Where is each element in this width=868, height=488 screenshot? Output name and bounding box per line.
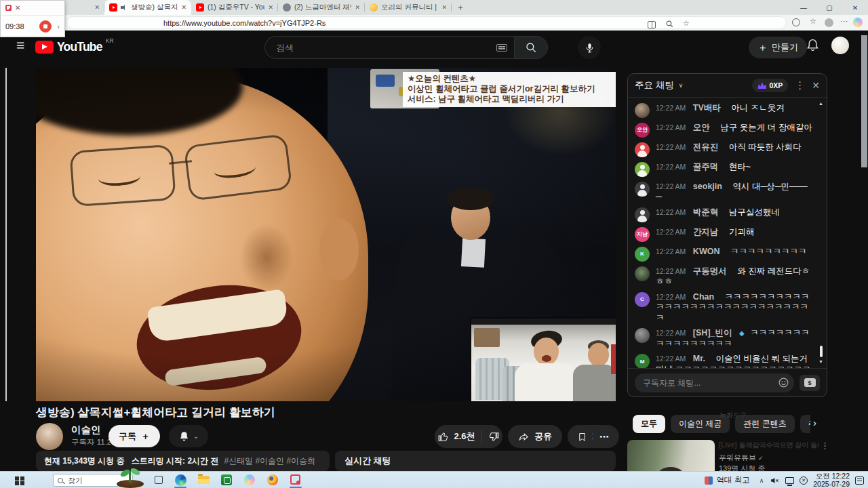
- search-field[interactable]: [264, 36, 514, 59]
- taskbar-search-input[interactable]: [66, 476, 121, 485]
- chat-avatar[interactable]: K: [635, 247, 650, 262]
- file-explorer-icon[interactable]: [198, 476, 210, 484]
- tab-close-icon[interactable]: ✕: [355, 4, 360, 11]
- recorder-expand-icon[interactable]: ›: [57, 22, 60, 30]
- notification-bell-button[interactable]: ⌄: [169, 425, 208, 447]
- recorder-close-icon[interactable]: ✕: [15, 4, 20, 12]
- clock-date: 2025-07-29: [813, 481, 850, 488]
- recommended-menu-icon[interactable]: ⋮: [821, 441, 829, 451]
- superchat-button[interactable]: $: [800, 375, 820, 391]
- window-close-button[interactable]: ✕: [842, 0, 868, 15]
- window-maximize-button[interactable]: ▢: [816, 0, 842, 15]
- voice-search-button[interactable]: [578, 36, 601, 59]
- mic-icon: [584, 42, 595, 54]
- edge-taskbar-icon[interactable]: [175, 474, 186, 486]
- stop-recording-button[interactable]: [39, 20, 52, 33]
- taskbar-clock[interactable]: 오전 12:22 2025-07-29: [813, 472, 850, 488]
- collections-icon[interactable]: [792, 18, 800, 26]
- youtube-logo[interactable]: YouTubeKR: [35, 40, 102, 54]
- news-widget-icon[interactable]: [705, 476, 713, 485]
- network-icon[interactable]: [785, 477, 794, 484]
- filter-chip[interactable]: 모두: [633, 415, 665, 433]
- thumbs-down-icon[interactable]: [488, 431, 500, 443]
- tab-close-icon[interactable]: ✕: [94, 4, 100, 11]
- chat-avatar[interactable]: [635, 162, 650, 177]
- share-button[interactable]: 공유: [508, 425, 562, 448]
- account-avatar[interactable]: [831, 37, 849, 54]
- chat-menu-icon[interactable]: ⋮: [795, 79, 805, 92]
- copilot-taskbar-icon[interactable]: [244, 474, 255, 485]
- chat-avatar[interactable]: C: [635, 292, 650, 307]
- browser-menu-icon[interactable]: ⋯: [840, 16, 849, 26]
- tab-close-icon[interactable]: ✕: [181, 4, 186, 11]
- zoom-icon[interactable]: [665, 20, 674, 28]
- window-minimize-button[interactable]: —: [791, 0, 816, 15]
- chat-message-list[interactable]: 12:22 AM TV배타 아니 ㅈㄴ웃겨 오안 12:22: [628, 98, 827, 368]
- recorder-header[interactable]: 녹화도구 ✕: [1, 1, 64, 16]
- chat-avatar[interactable]: [635, 182, 650, 197]
- hidden-icons-chevron[interactable]: ∧: [760, 477, 764, 484]
- favorites-bar-icon[interactable]: ☆: [808, 16, 818, 26]
- subscribe-button[interactable]: 구독 ＋: [108, 425, 160, 447]
- chat-avatar[interactable]: [635, 328, 650, 343]
- chat-mode-selector[interactable]: 주요 채팅: [635, 79, 674, 92]
- avatar-initials: M: [640, 359, 645, 365]
- channel-avatar[interactable]: [36, 423, 63, 450]
- chat-avatar[interactable]: M: [635, 354, 650, 368]
- thumbs-up-icon[interactable]: [437, 431, 449, 443]
- news-widget-label[interactable]: 역대 최고: [716, 475, 749, 485]
- video-player[interactable]: ★오늘의 컨텐츠★ 이상민 휠체어타고 클럽 줄서기or길거리 활보하기 서비스…: [36, 68, 616, 401]
- browser-tab[interactable]: 오리의 커뮤니티 | 팝콘티비 ✕: [365, 0, 452, 15]
- copilot-icon[interactable]: [853, 18, 863, 27]
- browser-profile-icon[interactable]: [825, 18, 833, 27]
- split-screen-icon[interactable]: [648, 21, 656, 28]
- keyboard-icon[interactable]: [496, 44, 507, 52]
- chat-avatar[interactable]: [635, 207, 650, 222]
- start-button[interactable]: [15, 476, 19, 481]
- chat-scrollbar-thumb[interactable]: [820, 346, 823, 357]
- new-tab-button[interactable]: ＋: [452, 0, 469, 15]
- recommended-title[interactable]: [Live] 들깨칼국수먹으면 잠이 들깨: [719, 441, 819, 450]
- guide-menu-icon[interactable]: ≡: [16, 37, 24, 54]
- task-view-button[interactable]: [155, 476, 163, 484]
- chat-scroll-up-icon[interactable]: ▲: [818, 101, 823, 106]
- browser-tab[interactable]: 생방송) 살목지 제대로 다시 ✕: [104, 0, 191, 15]
- chat-avatar[interactable]: [635, 103, 650, 118]
- chat-scroll-down-icon[interactable]: ▼: [818, 359, 823, 364]
- browser-tab[interactable]: (2) 느금마엔터 재널 ✕: [278, 0, 365, 15]
- chat-avatar[interactable]: [635, 266, 650, 281]
- firefox-icon[interactable]: [267, 474, 278, 485]
- emoji-icon[interactable]: [778, 377, 789, 388]
- create-button[interactable]: ＋ 만들기: [749, 37, 807, 58]
- channel-name[interactable]: 이술인: [71, 424, 101, 436]
- chat-timestamp: 12:22 AM: [656, 293, 686, 301]
- search-input[interactable]: [265, 42, 469, 54]
- tab-close-icon[interactable]: ✕: [441, 4, 447, 11]
- chat-close-icon[interactable]: ✕: [812, 80, 820, 91]
- chat-input-field[interactable]: [635, 373, 794, 392]
- tab-close-icon[interactable]: ✕: [268, 4, 273, 11]
- xp-badge[interactable]: 0XP: [752, 79, 788, 92]
- favorite-star-icon[interactable]: ☆: [682, 18, 691, 28]
- chevron-down-icon[interactable]: ∨: [679, 82, 684, 89]
- recommended-channel[interactable]: 푸워유튜브✓: [719, 453, 764, 463]
- address-bar[interactable]: https://www.youtube.com/watch?v=jYG4TJP2…: [66, 16, 787, 29]
- stream-meta-card[interactable]: 현재 15,343명 시청 중 스트리밍 시작: 2시간 전 #신태일 #이술인…: [36, 451, 330, 471]
- notifications-button[interactable]: [806, 38, 820, 55]
- action-center-icon[interactable]: [855, 476, 864, 485]
- chat-avatar[interactable]: 오안: [635, 123, 650, 138]
- volume-muted-icon[interactable]: [770, 476, 780, 485]
- browser-tab[interactable]: (1) 김중우TV - YouTube ✕: [191, 0, 278, 15]
- capture-app-icon[interactable]: [221, 474, 232, 485]
- more-actions-button[interactable]: ⋯: [593, 425, 616, 448]
- search-button[interactable]: [514, 36, 548, 59]
- chat-input[interactable]: [635, 373, 766, 392]
- browser-tab[interactable]: ✕: [65, 0, 104, 15]
- recorder-app-icon[interactable]: [290, 474, 300, 485]
- recommended-thumbnail[interactable]: [627, 440, 715, 471]
- chat-avatar[interactable]: [635, 142, 650, 157]
- chat-avatar[interactable]: 지남: [635, 227, 650, 242]
- status-circle-icon[interactable]: ✕: [800, 476, 808, 485]
- hashtags[interactable]: #신태일 #이술인 #이승희: [224, 455, 315, 467]
- page-scrollbar-thumb[interactable]: [861, 35, 867, 167]
